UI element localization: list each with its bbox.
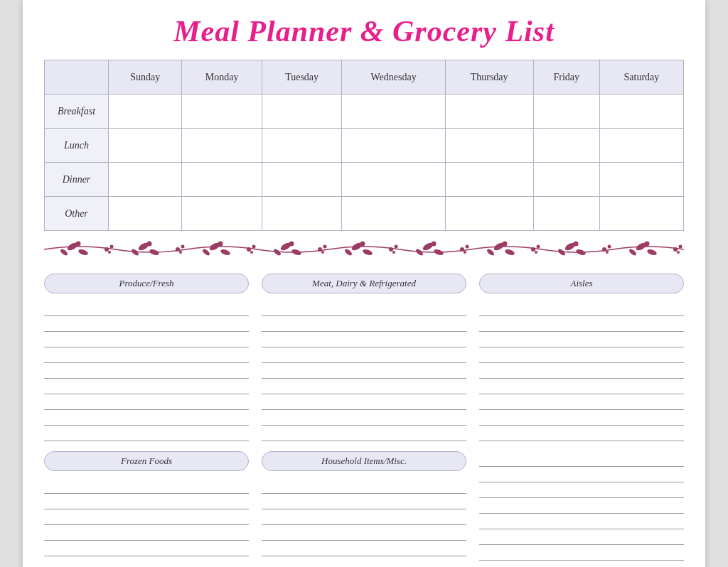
list-item[interactable] bbox=[479, 514, 684, 529]
cell-breakfast-wednesday[interactable] bbox=[342, 94, 445, 129]
list-item[interactable] bbox=[44, 541, 249, 556]
cell-dinner-monday[interactable] bbox=[182, 163, 262, 197]
cell-breakfast-sunday[interactable] bbox=[109, 94, 182, 129]
list-item[interactable] bbox=[262, 509, 466, 525]
list-item[interactable] bbox=[44, 363, 249, 379]
list-item[interactable] bbox=[262, 347, 466, 363]
svg-point-45 bbox=[318, 247, 322, 252]
list-item[interactable] bbox=[44, 347, 249, 363]
cell-dinner-sunday[interactable] bbox=[109, 163, 182, 197]
list-item[interactable] bbox=[262, 379, 466, 394]
list-item[interactable] bbox=[44, 556, 249, 567]
list-item[interactable] bbox=[44, 525, 249, 541]
list-item[interactable] bbox=[479, 394, 684, 410]
cell-breakfast-friday[interactable] bbox=[533, 94, 599, 129]
list-item[interactable] bbox=[262, 478, 466, 494]
grocery-col-frozen: Frozen Foods bbox=[44, 451, 249, 567]
list-item[interactable] bbox=[479, 545, 684, 561]
list-item[interactable] bbox=[479, 467, 684, 482]
list-item[interactable] bbox=[44, 494, 249, 509]
list-item[interactable] bbox=[479, 332, 684, 347]
svg-point-7 bbox=[147, 242, 152, 247]
list-item[interactable] bbox=[479, 482, 684, 498]
svg-point-60 bbox=[673, 247, 678, 252]
list-item[interactable] bbox=[44, 509, 249, 525]
cell-lunch-sunday[interactable] bbox=[109, 129, 182, 163]
list-item[interactable] bbox=[44, 410, 249, 426]
page-title: Meal Planner & Grocery List bbox=[44, 14, 684, 48]
aisles-label: Aisles bbox=[479, 274, 684, 293]
cell-lunch-saturday[interactable] bbox=[599, 129, 683, 163]
cell-other-sunday[interactable] bbox=[109, 197, 182, 231]
list-item[interactable] bbox=[262, 556, 466, 567]
list-item[interactable] bbox=[262, 301, 466, 316]
list-item[interactable] bbox=[479, 426, 684, 441]
svg-point-38 bbox=[108, 251, 111, 254]
produce-lines bbox=[44, 301, 249, 441]
list-item[interactable] bbox=[44, 379, 249, 394]
list-item[interactable] bbox=[262, 316, 466, 332]
list-item[interactable] bbox=[262, 410, 466, 426]
cell-breakfast-saturday[interactable] bbox=[599, 94, 683, 129]
cell-lunch-wednesday[interactable] bbox=[342, 129, 445, 163]
cell-lunch-tuesday[interactable] bbox=[262, 129, 342, 163]
list-item[interactable] bbox=[44, 316, 249, 332]
list-item[interactable] bbox=[44, 478, 249, 494]
cell-other-wednesday[interactable] bbox=[342, 197, 445, 231]
list-item[interactable] bbox=[262, 541, 466, 556]
list-item[interactable] bbox=[479, 498, 684, 514]
svg-point-50 bbox=[392, 251, 395, 254]
grocery-bottom-section: Frozen Foods Household Items/Misc. bbox=[44, 451, 684, 567]
cell-breakfast-tuesday[interactable] bbox=[262, 94, 342, 129]
list-item[interactable] bbox=[479, 529, 684, 545]
cell-breakfast-thursday[interactable] bbox=[445, 94, 533, 129]
table-row: Lunch bbox=[45, 129, 684, 163]
list-item[interactable] bbox=[44, 426, 249, 441]
svg-point-41 bbox=[179, 251, 182, 254]
floral-svg bbox=[44, 237, 684, 262]
list-item[interactable] bbox=[262, 332, 466, 347]
svg-point-15 bbox=[289, 242, 294, 247]
cell-lunch-monday[interactable] bbox=[182, 129, 262, 163]
list-item[interactable] bbox=[262, 426, 466, 441]
list-item[interactable] bbox=[479, 561, 684, 567]
row-label-dinner: Dinner bbox=[45, 163, 109, 197]
cell-breakfast-monday[interactable] bbox=[182, 94, 262, 129]
cell-dinner-tuesday[interactable] bbox=[262, 163, 342, 197]
list-item[interactable] bbox=[262, 494, 466, 509]
cell-other-friday[interactable] bbox=[533, 197, 599, 231]
list-item[interactable] bbox=[479, 363, 684, 379]
cell-dinner-wednesday[interactable] bbox=[342, 163, 445, 197]
svg-point-33 bbox=[646, 248, 658, 256]
svg-point-48 bbox=[389, 247, 393, 252]
svg-point-27 bbox=[503, 242, 508, 247]
list-item[interactable] bbox=[44, 301, 249, 316]
cell-lunch-thursday[interactable] bbox=[445, 129, 533, 163]
list-item[interactable] bbox=[479, 410, 684, 426]
list-item[interactable] bbox=[44, 394, 249, 410]
list-item[interactable] bbox=[479, 379, 684, 394]
cell-other-tuesday[interactable] bbox=[262, 197, 342, 231]
aisles-bottom-lines bbox=[479, 451, 684, 567]
cell-dinner-friday[interactable] bbox=[533, 163, 599, 197]
list-item[interactable] bbox=[479, 301, 684, 316]
list-item[interactable] bbox=[262, 394, 466, 410]
list-item[interactable] bbox=[479, 451, 684, 467]
cell-other-thursday[interactable] bbox=[445, 197, 533, 231]
grocery-top-section: Produce/Fresh Meat, Dairy & Refrigerated bbox=[44, 274, 684, 441]
list-item[interactable] bbox=[479, 347, 684, 363]
svg-point-29 bbox=[575, 248, 587, 256]
svg-point-49 bbox=[395, 245, 398, 249]
svg-point-52 bbox=[466, 245, 469, 249]
list-item[interactable] bbox=[44, 332, 249, 347]
cell-dinner-saturday[interactable] bbox=[599, 163, 683, 197]
list-item[interactable] bbox=[262, 525, 466, 541]
svg-point-51 bbox=[460, 247, 464, 252]
cell-other-saturday[interactable] bbox=[599, 197, 683, 231]
cell-dinner-thursday[interactable] bbox=[445, 163, 533, 197]
list-item[interactable] bbox=[262, 363, 466, 379]
list-item[interactable] bbox=[479, 316, 684, 332]
cell-lunch-friday[interactable] bbox=[533, 129, 599, 163]
svg-point-56 bbox=[535, 251, 537, 254]
cell-other-monday[interactable] bbox=[182, 197, 262, 231]
